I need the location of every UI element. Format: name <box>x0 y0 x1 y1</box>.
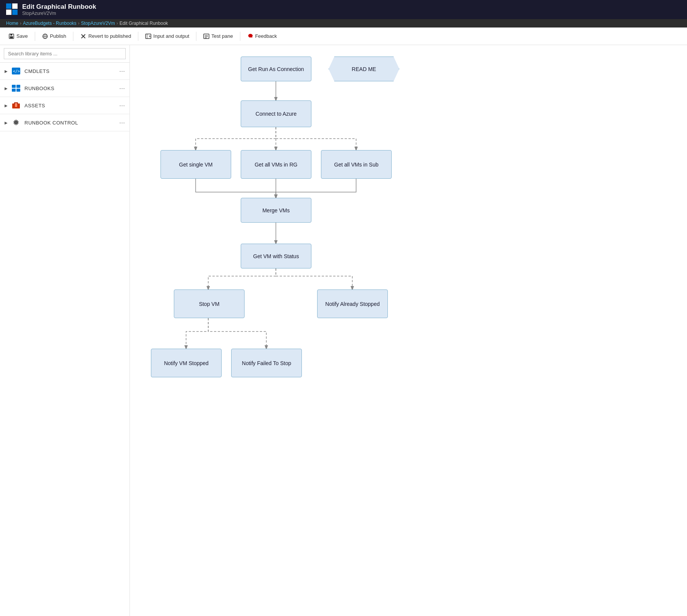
node-merge-vms[interactable]: Merge VMs <box>241 198 311 223</box>
runbooks-expand-arrow: ▶ <box>5 86 8 91</box>
runbook-control-label: RUNBOOK CONTROL <box>24 120 78 126</box>
assets-label: ASSETS <box>24 103 45 108</box>
node-get-all-vms-rg[interactable]: Get all VMs in RG <box>241 150 311 179</box>
sidebar-category-cmdlets-header[interactable]: ▶ </> CMDLETS ··· <box>0 63 130 79</box>
flowchart-canvas: Get Run As Connection READ ME Connect to… <box>130 45 550 580</box>
svg-rect-19 <box>16 89 20 92</box>
page-subtitle: StopAzureV2Vm <box>22 11 96 16</box>
revert-button[interactable]: Revert to published <box>76 31 135 42</box>
io-button[interactable]: Input and output <box>141 31 193 42</box>
io-icon <box>145 33 151 39</box>
top-bar: Edit Graphical Runbook StopAzureV2Vm <box>0 0 687 19</box>
breadcrumb-home[interactable]: Home <box>6 21 18 26</box>
toolbar: Save Publish Revert to published Input a… <box>0 27 687 45</box>
node-notify-failed-stop[interactable]: Notify Failed To Stop <box>231 349 302 377</box>
main-layout: ▶ </> CMDLETS ··· ▶ <box>0 45 687 616</box>
revert-icon <box>80 33 86 39</box>
sidebar: ▶ </> CMDLETS ··· ▶ <box>0 45 130 616</box>
breadcrumb: Home › AzureBudgets - Runbooks › StopAzu… <box>0 19 687 27</box>
runbook-control-expand-arrow: ▶ <box>5 121 8 125</box>
sidebar-category-runbooks: ▶ RUNBOOKS ··· <box>0 80 130 97</box>
runbooks-label: RUNBOOKS <box>24 86 54 91</box>
node-stop-vm[interactable]: Stop VM <box>174 289 245 318</box>
sidebar-category-runbooks-header[interactable]: ▶ RUNBOOKS ··· <box>0 80 130 97</box>
node-read-me[interactable]: READ ME <box>329 57 399 81</box>
svg-rect-1 <box>10 34 12 36</box>
svg-rect-16 <box>12 85 16 88</box>
feedback-icon <box>247 33 253 39</box>
node-notify-vm-stopped[interactable]: Notify VM Stopped <box>151 349 222 377</box>
test-icon <box>203 33 209 39</box>
svg-rect-18 <box>12 89 16 92</box>
feedback-button[interactable]: Feedback <box>243 31 281 42</box>
cmdlets-expand-arrow: ▶ <box>5 69 8 73</box>
code-icon: </> <box>11 66 21 76</box>
svg-rect-2 <box>10 36 13 38</box>
save-button[interactable]: Save <box>5 31 32 42</box>
toolbar-separator-3 <box>138 32 138 41</box>
toolbar-separator-1 <box>35 32 35 41</box>
node-get-all-vms-sub[interactable]: Get all VMs in Sub <box>321 150 392 179</box>
sidebar-category-assets-header[interactable]: ▶ ASSETS ··· <box>0 97 130 114</box>
search-input[interactable] <box>4 48 126 59</box>
sidebar-category-cmdlets: ▶ </> CMDLETS ··· <box>0 63 130 80</box>
cmdlets-more-button[interactable]: ··· <box>119 67 125 75</box>
sidebar-category-runbook-control: ▶ RUNBOOK CONTROL ··· <box>0 114 130 131</box>
node-get-vm-status[interactable]: Get VM with Status <box>241 244 311 268</box>
canvas-area[interactable]: Get Run As Connection READ ME Connect to… <box>130 45 687 616</box>
toolbar-separator-5 <box>240 32 240 41</box>
runbooks-more-button[interactable]: ··· <box>119 84 125 92</box>
page-title: Edit Graphical Runbook <box>22 3 96 11</box>
breadcrumb-current: Edit Graphical Runbook <box>120 21 168 26</box>
breadcrumb-runbooks[interactable]: AzureBudgets - Runbooks <box>23 21 76 26</box>
search-box <box>0 45 130 63</box>
breadcrumb-runbook-name[interactable]: StopAzureV2Vm <box>81 21 115 26</box>
node-connect-azure[interactable]: Connect to Azure <box>241 100 311 127</box>
publish-icon <box>42 33 48 39</box>
assets-icon <box>11 101 21 110</box>
app-logo <box>6 3 18 16</box>
assets-expand-arrow: ▶ <box>5 103 8 108</box>
node-notify-already-stopped[interactable]: Notify Already Stopped <box>317 289 388 318</box>
runbook-icon <box>11 84 21 93</box>
svg-rect-17 <box>16 85 20 88</box>
runbook-control-more-button[interactable]: ··· <box>119 119 125 127</box>
node-get-run-as[interactable]: Get Run As Connection <box>241 57 311 81</box>
test-button[interactable]: Test pane <box>199 31 237 42</box>
toolbar-separator-2 <box>73 32 73 41</box>
toolbar-separator-4 <box>196 32 196 41</box>
svg-text:</>: </> <box>13 69 20 73</box>
cmdlets-label: CMDLETS <box>24 68 50 74</box>
gear-icon <box>11 118 21 127</box>
svg-rect-22 <box>15 103 17 107</box>
sidebar-category-assets: ▶ ASSETS ··· <box>0 97 130 114</box>
save-icon <box>8 33 15 39</box>
sidebar-category-runbook-control-header[interactable]: ▶ RUNBOOK CONTROL ··· <box>0 114 130 131</box>
app-title-group: Edit Graphical Runbook StopAzureV2Vm <box>22 3 96 16</box>
assets-more-button[interactable]: ··· <box>119 102 125 110</box>
publish-button[interactable]: Publish <box>38 31 70 42</box>
node-get-single-vm[interactable]: Get single VM <box>160 150 231 179</box>
